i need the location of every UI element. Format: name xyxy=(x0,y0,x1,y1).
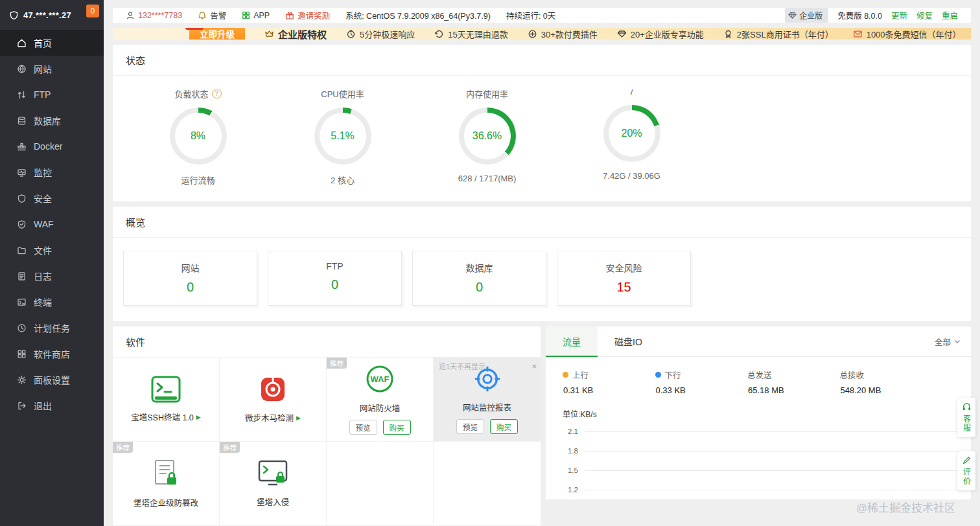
overview-box-database[interactable]: 数据库 0 xyxy=(412,251,546,306)
buy-button[interactable]: 购买 xyxy=(383,420,411,435)
software-name: 网站监控报表 xyxy=(463,401,511,413)
software-card: 软件 宝塔SSH终端 1.0▶ 微步木马检测▶ 推荐 WAF 网站防火墙 预览 xyxy=(113,326,541,526)
gauge-row: 负载状态? 8% 运行流畅 CPU使用率 5.1% 2 核心 内存使用率 36.… xyxy=(113,76,971,201)
hide-option-label[interactable]: 近1天不再显示 xyxy=(439,361,485,371)
preview-button[interactable]: 预览 xyxy=(349,420,377,435)
traffic-filter-select[interactable]: 全部 xyxy=(935,336,961,348)
gauge-subtext: 2 核心 xyxy=(331,174,355,186)
promo-item-features: 20+企业版专享功能 xyxy=(617,28,704,40)
headset-icon xyxy=(962,402,972,412)
ssh-terminal-icon xyxy=(151,376,181,405)
overview-box-sites[interactable]: 网站 0 xyxy=(123,251,257,306)
weibu-shield-icon xyxy=(259,375,287,406)
software-empty-cell xyxy=(327,442,434,526)
play-icon[interactable]: ▶ xyxy=(296,415,301,421)
update-link[interactable]: 更新 xyxy=(891,9,907,21)
gear-icon xyxy=(17,375,27,385)
sidebar-item-waf[interactable]: WAF xyxy=(0,211,104,237)
sidebar-item-database[interactable]: 数据库 xyxy=(0,108,104,133)
sidebar-item-logout[interactable]: 退出 xyxy=(0,393,104,418)
sidebar-item-website[interactable]: 网站 xyxy=(0,56,104,82)
gauge-load: 负载状态? 8% 运行流畅 xyxy=(126,87,270,186)
gauge-cpu: CPU使用率 5.1% 2 核心 xyxy=(270,87,415,186)
tamper-proof-icon xyxy=(153,459,179,490)
alarm-link[interactable]: 告警 xyxy=(198,9,226,21)
overview-label: 安全风险 xyxy=(606,261,642,274)
uptime-info: 持续运行: 0天 xyxy=(506,9,555,21)
upgrade-button[interactable]: 推荐 立即升级 xyxy=(189,28,245,40)
software-item-waf[interactable]: 推荐 WAF 网站防火墙 预览 购买 xyxy=(327,358,434,442)
promo-item-sms: 1000条免费短信（年付） xyxy=(853,28,961,40)
total-sent-value: 65.18 MB xyxy=(747,385,840,395)
sidebar-item-home[interactable]: 首页 xyxy=(0,30,104,56)
customer-service-button[interactable]: 客服 xyxy=(957,398,975,437)
legend-upstream: 上行 0.31 KB xyxy=(563,369,655,395)
gauge-label: 负载状态 xyxy=(174,87,208,100)
sidebar-item-label: 首页 xyxy=(34,36,52,49)
promo-headline: 企业版特权 xyxy=(264,28,327,40)
gauge-value: 36.6% xyxy=(472,130,502,142)
software-item-monitor-report[interactable]: 近1天不再显示 × 网站监控报表 预览 购买 xyxy=(434,358,541,442)
sidebar-item-appstore[interactable]: 软件商店 xyxy=(0,341,104,367)
restart-link[interactable]: 重启 xyxy=(942,9,958,21)
app-link[interactable]: APP xyxy=(242,11,270,20)
repair-link[interactable]: 修复 xyxy=(916,9,933,21)
sidebar-item-label: 安全 xyxy=(34,192,52,205)
software-item-weibu-scan[interactable]: 微步木马检测▶ xyxy=(220,358,327,442)
sidebar-item-files[interactable]: 文件 xyxy=(0,237,104,263)
rate-button[interactable]: 评价 xyxy=(957,451,975,490)
help-icon[interactable]: ? xyxy=(212,89,222,98)
traffic-chart: 2.1 1.8 1.5 1.2 xyxy=(546,422,971,499)
edition-badge[interactable]: 企业版 xyxy=(785,8,828,23)
sidebar-item-settings[interactable]: 面板设置 xyxy=(0,367,104,393)
sidebar-item-label: 计划任务 xyxy=(34,321,70,334)
tab-traffic[interactable]: 流量 xyxy=(546,326,598,356)
account-link[interactable]: 132****7783 xyxy=(126,11,182,20)
gridline xyxy=(585,431,959,432)
server-ip[interactable]: 47.***.***.27 0 xyxy=(0,0,104,30)
traffic-legend: 上行 0.31 KB 下行 0.33 KB 总发送 65.18 MB 总接收 5… xyxy=(546,357,971,395)
software-name: 微步木马检测 xyxy=(245,411,294,424)
sidebar-item-label: FTP xyxy=(34,89,51,100)
header-right: 企业版 免费版 8.0.0 更新 修复 重启 xyxy=(785,8,958,23)
sidebar-item-logs[interactable]: 日志 xyxy=(0,263,104,289)
gridline xyxy=(585,490,959,490)
invite-link[interactable]: 邀请奖励 xyxy=(285,9,330,21)
overview-box-ftp[interactable]: FTP 0 xyxy=(268,251,402,306)
tab-disk-io[interactable]: 磁盘IO xyxy=(598,326,659,356)
gauge-value: 8% xyxy=(191,130,205,142)
database-icon xyxy=(17,116,27,126)
gauge-ring: 5.1% xyxy=(314,108,371,165)
sidebar-item-security[interactable]: 安全 xyxy=(0,185,104,211)
crown-icon xyxy=(264,29,274,39)
sidebar-item-cron[interactable]: 计划任务 xyxy=(0,315,104,341)
y-axis-tick: 1.8 xyxy=(555,447,578,455)
document-icon xyxy=(17,271,27,281)
promo-item-plugins: 30+款付费插件 xyxy=(528,28,598,40)
gauge-memory: 内存使用率 36.6% 628 / 1717(MB) xyxy=(415,87,559,186)
notification-badge[interactable]: 0 xyxy=(86,5,99,17)
sidebar-item-docker[interactable]: Docker xyxy=(0,133,104,159)
downstream-dot-icon xyxy=(655,372,661,378)
gauge-ring: 36.6% xyxy=(459,108,516,165)
sidebar-item-ftp[interactable]: FTP xyxy=(0,82,104,108)
y-axis-tick: 1.2 xyxy=(555,486,578,494)
close-icon[interactable]: × xyxy=(531,361,537,371)
invite-label: 邀请奖励 xyxy=(298,9,330,21)
software-item-ssh-terminal[interactable]: 宝塔SSH终端 1.0▶ xyxy=(113,358,220,442)
sidebar-item-monitor[interactable]: 监控 xyxy=(0,159,104,185)
buy-button[interactable]: 购买 xyxy=(490,419,518,434)
preview-button[interactable]: 预览 xyxy=(456,419,484,434)
software-name: 宝塔SSH终端 1.0 xyxy=(131,411,194,423)
recommend-badge: 推荐 xyxy=(327,358,347,369)
terminal-icon xyxy=(17,297,27,307)
play-icon[interactable]: ▶ xyxy=(196,414,201,420)
software-item-tamper-proof[interactable]: 推荐 堡塔企业级防篡改 xyxy=(113,442,220,526)
overview-box-risk[interactable]: 安全风险 15 xyxy=(557,251,691,306)
sidebar-nav: 首页 网站 FTP 数据库 Docker 监控 安全 WAF 文件 日志 终端 … xyxy=(0,30,104,418)
software-item-intrusion[interactable]: 推荐 堡塔入侵 xyxy=(220,442,327,526)
gauge-ring: 8% xyxy=(170,108,227,165)
legend-downstream: 下行 0.33 KB xyxy=(655,369,748,395)
sidebar-item-terminal[interactable]: 终端 xyxy=(0,289,104,315)
sidebar-item-label: 数据库 xyxy=(34,114,61,127)
